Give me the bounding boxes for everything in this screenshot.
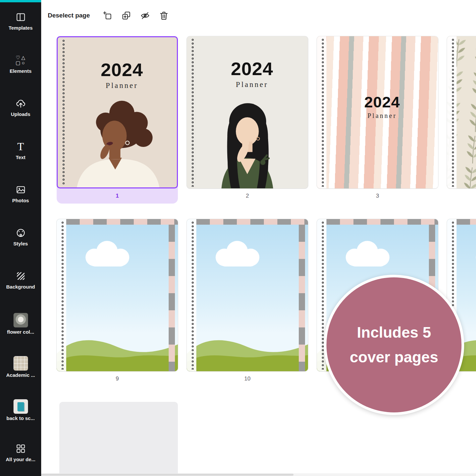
sidebar-item-photos[interactable]: Photos xyxy=(0,180,41,223)
hills-illustration xyxy=(57,324,178,371)
sidebar-item-label: Text xyxy=(16,154,26,160)
cover-subtitle: Planner xyxy=(67,81,177,90)
sidebar-item-uploads[interactable]: Uploads xyxy=(0,93,41,136)
spiral-binding xyxy=(190,221,196,370)
page-cell-1[interactable]: 2024 Planner xyxy=(57,36,178,204)
woman-illustration-2 xyxy=(200,100,296,188)
cover-title-block: 2024 Planner xyxy=(196,58,308,89)
page-cell-9[interactable]: 9 xyxy=(57,219,178,386)
sidebar-item-templates[interactable]: Templates xyxy=(0,7,41,50)
sidebar-item-label: Academic ... xyxy=(6,372,35,378)
page-cell-4[interactable] xyxy=(447,36,476,204)
checker-border-top xyxy=(457,219,476,225)
cloud-illustration xyxy=(468,234,476,274)
elements-icon: ♡△▢○ xyxy=(14,54,27,67)
sidebar-item-academic[interactable]: Academic ... xyxy=(0,352,41,395)
sidebar: Templates ♡△▢○ Elements Uploads T Text P… xyxy=(0,0,41,476)
cover-year: 2024 xyxy=(326,93,438,111)
styles-icon xyxy=(14,227,27,239)
checker-border-right xyxy=(169,225,175,371)
checker-border-top xyxy=(326,219,438,225)
horizontal-scrollbar[interactable] xyxy=(41,473,476,476)
sidebar-item-back-to-school[interactable]: back to sc... xyxy=(0,395,41,438)
grid-row-1: 2024 Planner xyxy=(57,36,476,204)
duplicate-page-icon[interactable] xyxy=(122,11,131,20)
hills-illustration xyxy=(187,324,308,371)
page-number: 3 xyxy=(317,188,438,204)
deselect-page-button[interactable]: Deselect page xyxy=(48,12,90,19)
spiral-binding xyxy=(320,38,326,187)
checker-border-top xyxy=(66,219,178,225)
sidebar-item-flower-collection[interactable]: flower col... xyxy=(0,309,41,352)
badge-text-line2: cover pages xyxy=(350,345,438,370)
sidebar-item-label: Elements xyxy=(10,68,32,74)
uploads-icon xyxy=(14,97,27,110)
cover-year: 2024 xyxy=(67,59,177,80)
background-icon xyxy=(14,270,27,282)
page-placeholder[interactable] xyxy=(59,402,178,476)
page-thumbnail-10 xyxy=(187,219,308,371)
photos-icon xyxy=(14,183,27,196)
includes-cover-pages-badge: Includes 5 cover pages xyxy=(324,275,464,415)
page-number: 2 xyxy=(187,188,308,204)
sidebar-nav: Templates ♡△▢○ Elements Uploads T Text P… xyxy=(0,2,41,476)
spiral-binding xyxy=(450,38,456,187)
back-to-school-thumbnail xyxy=(14,399,28,414)
sidebar-item-text[interactable]: T Text xyxy=(0,136,41,180)
delete-page-icon[interactable] xyxy=(159,11,169,20)
woman-illustration-1 xyxy=(71,99,167,188)
page-number: 1 xyxy=(57,188,178,204)
checker-border-top xyxy=(196,219,308,225)
page-cell-10[interactable]: 10 xyxy=(187,219,308,386)
main-panel: Deselect page 2024 xyxy=(41,0,476,476)
grid-row-3 xyxy=(57,402,476,476)
page-number: 9 xyxy=(57,371,178,386)
sidebar-item-all-designs[interactable]: All your de... xyxy=(0,438,41,476)
sidebar-item-label: Uploads xyxy=(11,111,30,117)
sidebar-item-label: back to sc... xyxy=(7,415,35,421)
page-thumbnail-1: 2024 Planner xyxy=(57,36,178,188)
badge-text-line1: Includes 5 xyxy=(357,320,431,345)
page-thumbnail-3: 2024 Planner xyxy=(317,36,438,188)
sidebar-item-label: Background xyxy=(6,284,35,290)
cover-year: 2024 xyxy=(196,58,308,79)
page-thumbnail-4 xyxy=(447,36,476,188)
scrollbar-thumb[interactable] xyxy=(41,474,294,476)
cover-title-block: 2024 Planner xyxy=(67,59,177,90)
sidebar-item-elements[interactable]: ♡△▢○ Elements xyxy=(0,50,41,93)
spiral-binding xyxy=(190,38,196,187)
page-thumbnail-9 xyxy=(57,219,178,371)
cloud-illustration xyxy=(208,234,268,274)
sidebar-item-background[interactable]: Background xyxy=(0,266,41,309)
sidebar-item-label: Templates xyxy=(9,25,33,31)
sidebar-item-label: Styles xyxy=(13,241,28,246)
cover-title-block: 2024 Planner xyxy=(326,93,438,120)
flower-collection-thumbnail xyxy=(14,313,28,327)
hide-page-icon[interactable] xyxy=(141,11,150,20)
cloud-illustration xyxy=(338,234,398,274)
page-number: 10 xyxy=(187,371,308,386)
page-toolbar: Deselect page xyxy=(41,0,476,23)
spiral-binding xyxy=(60,221,66,370)
academic-thumbnail xyxy=(14,356,28,371)
sidebar-item-label: All your de... xyxy=(6,457,35,462)
brand-accent-bar xyxy=(0,0,41,2)
page-cell-2[interactable]: 2024 Planner xyxy=(187,36,308,204)
cover-subtitle: Planner xyxy=(326,112,438,120)
cover-subtitle: Planner xyxy=(196,80,308,89)
page-thumbnail-2: 2024 Planner xyxy=(187,36,308,188)
spiral-binding xyxy=(61,39,67,186)
checker-border-right xyxy=(299,225,305,371)
text-icon: T xyxy=(14,140,27,153)
page-cell-3[interactable]: 2024 Planner 3 xyxy=(317,36,438,204)
all-designs-icon xyxy=(14,442,27,455)
templates-icon xyxy=(14,11,27,23)
add-page-icon[interactable] xyxy=(103,11,112,20)
sidebar-item-label: Photos xyxy=(12,198,29,203)
cloud-illustration xyxy=(77,234,138,274)
sidebar-item-label: flower col... xyxy=(7,329,34,335)
sidebar-item-styles[interactable]: Styles xyxy=(0,223,41,266)
